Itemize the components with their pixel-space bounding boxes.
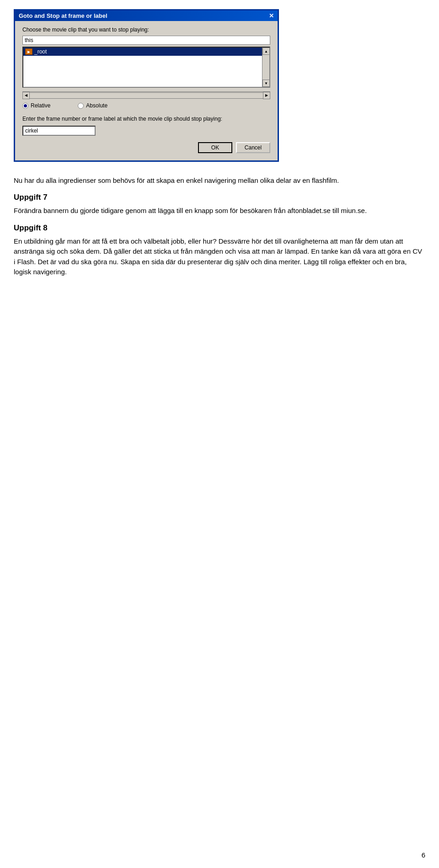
cancel-button[interactable]: Cancel — [236, 142, 270, 153]
listbox-content: ▶ _root — [23, 48, 262, 87]
scroll-left-button[interactable]: ◀ — [22, 92, 30, 99]
scroll-up-button[interactable]: ▲ — [262, 48, 270, 55]
hscroll-track — [30, 92, 263, 99]
section-2-title: Uppgift 7 — [14, 193, 425, 202]
radio-relative-button[interactable] — [22, 103, 28, 109]
page-number: 6 — [422, 851, 425, 859]
paragraph-1: Nu har du alla ingredienser som behövs f… — [14, 176, 425, 186]
frame-input[interactable] — [22, 126, 96, 136]
movie-clip-input[interactable] — [22, 36, 270, 45]
scroll-down-button[interactable]: ▼ — [262, 80, 270, 87]
scroll-right-button[interactable]: ▶ — [263, 92, 270, 99]
dialog-titlebar: Goto and Stop at frame or label ✕ — [15, 11, 278, 21]
main-content: Nu har du alla ingredienser som behövs f… — [14, 176, 425, 277]
dialog-title: Goto and Stop at frame or label — [19, 12, 107, 19]
dialog-screenshot: Goto and Stop at frame or label ✕ Choose… — [14, 9, 279, 162]
radio-absolute-button[interactable] — [78, 103, 84, 109]
section-3-title: Uppgift 8 — [14, 224, 425, 233]
radio-group: Relative Absolute — [22, 102, 270, 109]
list-item[interactable]: ▶ _root — [23, 48, 262, 56]
vertical-scrollbar[interactable]: ▲ ▼ — [262, 48, 269, 87]
section-2-text: Förändra bannern du gjorde tidigare geno… — [14, 206, 425, 216]
section-3-text: En utbildning går man för att få ett bra… — [14, 236, 425, 277]
close-icon: ✕ — [269, 12, 274, 19]
dialog-body: Choose the movie clip that you want to s… — [15, 21, 278, 160]
list-item-label: _root — [34, 48, 47, 55]
scroll-track — [262, 55, 269, 80]
ok-button[interactable]: OK — [198, 142, 232, 153]
radio-relative[interactable]: Relative — [22, 102, 50, 109]
instruction-label: Choose the movie clip that you want to s… — [22, 27, 270, 33]
dialog-buttons: OK Cancel — [22, 142, 270, 153]
radio-absolute-label: Absolute — [86, 102, 107, 109]
horizontal-scrollbar[interactable]: ◀ ▶ — [22, 91, 270, 99]
frame-label-text: Enter the frame number or frame label at… — [22, 115, 270, 123]
radio-absolute[interactable]: Absolute — [78, 102, 107, 109]
listbox[interactable]: ▶ _root ▲ ▼ — [22, 47, 270, 88]
movie-clip-icon: ▶ — [25, 48, 32, 55]
radio-relative-label: Relative — [31, 102, 50, 109]
